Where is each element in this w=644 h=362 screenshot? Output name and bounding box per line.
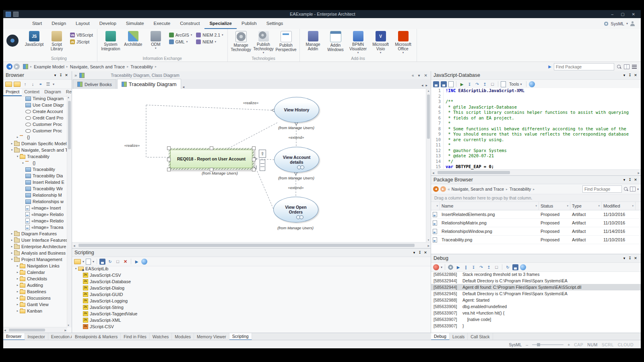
- tree-expand-icon[interactable]: ▸: [10, 239, 14, 242]
- tree-item[interactable]: ▸ Discussions: [3, 295, 67, 301]
- tree-expand-icon[interactable]: ▸: [15, 284, 20, 287]
- stop-icon[interactable]: □: [493, 264, 500, 270]
- link-icon[interactable]: ⚭: [37, 81, 43, 87]
- stop-icon[interactable]: □: [489, 81, 495, 87]
- requirement-req018[interactable]: REQ018 - Report on User Account: [169, 148, 254, 170]
- new-script-icon[interactable]: [86, 259, 91, 265]
- debug-script-icon[interactable]: ▶: [134, 259, 140, 265]
- close-icon[interactable]: ✕: [633, 73, 638, 77]
- microsoft-visio-button[interactable]: V Microsoft Visio ▾: [370, 30, 392, 54]
- resize-handle[interactable]: [210, 168, 213, 171]
- zoom-slider-thumb[interactable]: [537, 343, 540, 346]
- column-header-type[interactable]: Type▾: [570, 202, 602, 210]
- run-script-icon[interactable]: ▶: [459, 81, 465, 87]
- script-library-button[interactable]: Script Library: [46, 30, 68, 51]
- column-header-status[interactable]: Status▾: [539, 202, 570, 210]
- usecase-view-account-details[interactable]: View Account details: [274, 147, 319, 173]
- step-into-icon[interactable]: ↧: [466, 81, 473, 87]
- refresh-icon[interactable]: ↻: [505, 264, 511, 270]
- search-icon[interactable]: [617, 64, 621, 69]
- tree-expand-icon[interactable]: ▾: [10, 148, 14, 152]
- search-icon[interactable]: [623, 187, 628, 191]
- odm-button[interactable]: ODM ▾: [145, 30, 167, 50]
- run-search-icon[interactable]: ▶: [548, 64, 551, 69]
- tree-item[interactable]: Use Case Diagr: [3, 102, 67, 108]
- tree-expand-icon[interactable]: ▸: [15, 296, 20, 300]
- model-home-icon[interactable]: [23, 64, 28, 69]
- scroll-tabs-left-icon[interactable]: ◂: [421, 83, 423, 87]
- dock-tab[interactable]: Watches: [150, 333, 172, 340]
- jscript-button[interactable]: JS JScript: [68, 39, 95, 45]
- tree-item[interactable]: ▸ Diagram Features: [3, 230, 67, 237]
- tab-scroll-left-icon[interactable]: «: [412, 73, 414, 78]
- tree-item[interactable]: «Image» Tracea: [3, 224, 67, 230]
- statusbar-perspective[interactable]: SysML: [509, 342, 522, 347]
- dock-tab[interactable]: Scripting: [229, 333, 252, 340]
- resize-handle[interactable]: [210, 146, 213, 150]
- filter-column-header[interactable]: ▾: [431, 202, 440, 210]
- debug-log-row[interactable]: [585633906] dbg.enabled=undefined: [431, 303, 641, 310]
- debug-log-row[interactable]: [585632945] Default Directory is C:\Prog…: [431, 290, 641, 297]
- copy-icon[interactable]: [448, 81, 454, 87]
- script-tree-item[interactable]: JavaScript-TaggedValue: [72, 311, 431, 317]
- tree-item[interactable]: Customer Proc: [3, 121, 67, 128]
- usecase-view-open-orders[interactable]: View Open Orders: [273, 197, 318, 222]
- tree-item[interactable]: ▸ Analysis and Business M: [3, 250, 67, 256]
- scrollbar-thumb[interactable]: [68, 101, 71, 149]
- scrollbar-thumb[interactable]: [438, 171, 510, 174]
- editor-hscrollbar[interactable]: ◀ ▶: [431, 169, 641, 175]
- tree-item[interactable]: Relationships w: [3, 198, 67, 205]
- breadcrumb-item[interactable]: Traceability: [130, 64, 153, 69]
- javascript-button[interactable]: JS JavaScript: [23, 30, 45, 47]
- tree-expand-icon[interactable]: ▸: [10, 232, 14, 235]
- tree-item[interactable]: ▸ Baselines: [3, 288, 67, 295]
- niem21-button[interactable]: NIEM 2.1 ▾: [194, 32, 225, 38]
- system-integration-button[interactable]: System Integration: [100, 30, 122, 51]
- script-tree-item[interactable]: JavaScript-Database: [72, 278, 431, 285]
- debug-log-row[interactable]: [585633907] vea.hit =function hit() {: [431, 310, 641, 316]
- tree-item[interactable]: ▸ {}: [3, 160, 67, 166]
- breadcrumb-item[interactable]: Navigate, Search and Trace: [70, 64, 125, 69]
- tree-item[interactable]: Relationship M: [3, 192, 67, 198]
- debug-log-row[interactable]: [585632944] Default Directory is C:\Prog…: [431, 278, 641, 284]
- tree-expand-icon[interactable]: ▾: [10, 258, 14, 261]
- breadcrumb-item[interactable]: Traceability: [510, 187, 531, 191]
- script-tree-item[interactable]: JavaScript-GUID: [72, 291, 431, 298]
- tab-list-icon[interactable]: ▾: [418, 73, 420, 78]
- save-icon[interactable]: [433, 81, 439, 87]
- scrollbar-thumb[interactable]: [9, 329, 45, 331]
- tree-item[interactable]: ▸ Auditing: [3, 282, 67, 288]
- ribbon-tab[interactable]: Settings: [262, 18, 288, 29]
- tree-item[interactable]: Create Account: [3, 108, 67, 115]
- ea-start-button[interactable]: [6, 35, 19, 47]
- perspective-gear-icon[interactable]: [604, 21, 609, 26]
- tree-item[interactable]: ▸ Domain Specific Model: [3, 140, 67, 147]
- tree-item[interactable]: ▸ Navigation Links: [3, 263, 67, 269]
- browser-hscrollbar[interactable]: ◀ ▶: [3, 327, 67, 333]
- script-tree-item[interactable]: JavaScript-String: [72, 304, 431, 311]
- element-up-arrow-widget[interactable]: ⇧: [259, 150, 266, 158]
- console-icon[interactable]: [501, 81, 506, 87]
- dock-tab[interactable]: Locals: [450, 333, 468, 340]
- archimate-button[interactable]: ArchiMate: [122, 30, 144, 47]
- microsoft-office-button[interactable]: Microsoft Office ▾: [392, 30, 414, 54]
- debug-log-row[interactable]: [585632886] Stack recording threshold se…: [431, 271, 641, 278]
- scrollbar-thumb[interactable]: [78, 244, 415, 247]
- tree-expand-icon[interactable]: ▸: [15, 309, 20, 313]
- move-down-icon[interactable]: ↓: [30, 81, 36, 87]
- dock-tab[interactable]: Call Stack: [468, 333, 493, 340]
- diagram-canvas[interactable]: View History (from Manage Users) «extend…: [72, 89, 426, 242]
- addin-windows-button[interactable]: Addin Windows: [325, 30, 347, 52]
- close-icon[interactable]: ✕: [633, 256, 638, 260]
- script-tree-item[interactable]: JScript-CSV: [72, 323, 431, 330]
- save-log-icon[interactable]: [512, 264, 518, 270]
- chevron-down-icon[interactable]: ▾: [411, 251, 417, 255]
- hamburger-menu-icon[interactable]: ☰: [45, 81, 51, 87]
- tree-item[interactable]: Traceability: [3, 166, 67, 173]
- maximize-button[interactable]: ▢: [621, 12, 624, 16]
- quick-access-icon[interactable]: [13, 12, 19, 17]
- chevron-down-icon[interactable]: ▾: [637, 187, 639, 191]
- tree-expand-icon[interactable]: ▸: [10, 245, 14, 248]
- tree-item[interactable]: ▾ Traceability: [3, 153, 67, 160]
- zoom-in-button[interactable]: +: [568, 342, 570, 347]
